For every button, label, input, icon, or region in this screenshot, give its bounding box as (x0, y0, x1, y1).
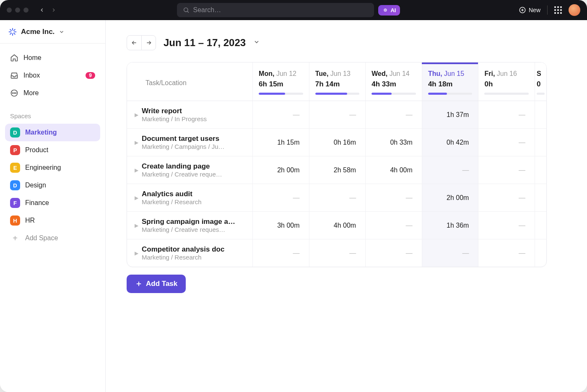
add-task-label: Add Task (146, 280, 177, 288)
caret-right-icon[interactable]: ▶ (135, 112, 138, 118)
space-item-hr[interactable]: H HR (5, 212, 100, 229)
day-progress-bar (259, 93, 303, 95)
time-cell[interactable]: — (422, 239, 478, 267)
caret-right-icon[interactable]: ▶ (135, 195, 138, 201)
task-title: Competitor analysis doc (142, 245, 224, 254)
task-cell[interactable]: ▶ Write report Marketing / In Progress (127, 101, 252, 128)
minimize-dot[interactable] (15, 8, 20, 13)
time-cell[interactable]: 2h 58m (309, 156, 366, 184)
time-cell[interactable]: — (478, 184, 535, 211)
time-cell[interactable]: — (309, 239, 366, 267)
task-cell[interactable]: ▶ Create landing page Marketing / Creati… (127, 156, 252, 184)
history-nav (37, 5, 59, 15)
time-cell[interactable]: 1h 36m (422, 212, 478, 239)
task-cell[interactable]: ▶ Document target users Marketing / Camp… (127, 129, 252, 156)
space-item-design[interactable]: D Design (5, 177, 100, 194)
inbox-icon (10, 71, 18, 80)
caret-right-icon[interactable]: ▶ (135, 140, 138, 145)
time-cell[interactable]: — (365, 239, 422, 267)
task-cell[interactable]: ▶ Spring campaign image a… Marketing / C… (127, 212, 252, 239)
day-total: 6h 15m (259, 80, 303, 88)
time-cell[interactable]: 1h 37m (422, 101, 478, 128)
next-week-button[interactable] (141, 36, 156, 50)
time-cell[interactable]: — (478, 156, 535, 184)
day-progress-bar (371, 93, 416, 95)
ai-button[interactable]: AI (378, 5, 400, 16)
task-title: Analytics audit (142, 190, 202, 198)
time-cell[interactable]: 0h 16m (309, 129, 366, 156)
nav-item-more[interactable]: More (5, 85, 100, 101)
task-title: Write report (142, 107, 207, 115)
time-cell-partial (535, 129, 546, 156)
new-label: New (529, 7, 540, 13)
search-input[interactable]: Search… (177, 3, 374, 17)
time-cell[interactable]: — (252, 184, 309, 211)
time-cell[interactable]: — (252, 239, 309, 267)
task-cell[interactable]: ▶ Competitor analysis doc Marketing / Re… (127, 239, 252, 267)
space-item-engineering[interactable]: E Engineering (5, 159, 100, 177)
caret-right-icon[interactable]: ▶ (135, 167, 138, 173)
time-cell[interactable]: — (365, 212, 422, 239)
time-cell[interactable]: 4h 00m (309, 212, 366, 239)
time-cell[interactable]: — (309, 101, 366, 128)
nav-item-inbox[interactable]: Inbox 9 (5, 67, 100, 84)
back-button[interactable] (37, 5, 47, 15)
time-cell[interactable]: — (478, 101, 535, 128)
space-item-marketing[interactable]: D Marketing (5, 124, 100, 141)
nav-item-home[interactable]: Home (5, 49, 100, 66)
task-column-header: Task/Location (127, 62, 252, 101)
day-column-header[interactable]: Fri, Jun 16 0h (478, 62, 535, 101)
time-cell[interactable]: — (365, 184, 422, 211)
day-column-header[interactable]: Tue, Jun 13 7h 14m (309, 62, 366, 101)
space-label: Design (25, 182, 46, 189)
date-range-title: Jun 11 – 17, 2023 (164, 37, 246, 49)
close-dot[interactable] (7, 8, 12, 13)
svg-point-17 (14, 93, 15, 93)
timesheet-row: ▶ Create landing page Marketing / Creati… (127, 156, 546, 184)
day-column-header[interactable]: Wed, Jun 14 4h 33m (365, 62, 422, 101)
space-label: Finance (25, 199, 49, 207)
space-item-product[interactable]: P Product (5, 141, 100, 159)
time-cell[interactable]: — (252, 101, 309, 128)
time-cell[interactable]: 0h 42m (422, 129, 478, 156)
add-task-button[interactable]: Add Task (127, 275, 186, 293)
time-cell-partial (535, 184, 546, 211)
add-space-label: Add Space (25, 234, 58, 242)
apps-menu-icon[interactable] (554, 6, 562, 14)
forward-button[interactable] (49, 5, 59, 15)
task-cell[interactable]: ▶ Analytics audit Marketing / Research (127, 184, 252, 211)
svg-line-11 (10, 29, 11, 31)
main-content: Jun 11 – 17, 2023 Task/LocationMon, Jun … (106, 20, 587, 392)
add-space-button[interactable]: + Add Space (5, 229, 100, 247)
avatar[interactable] (569, 4, 580, 16)
space-avatar: D (10, 180, 20, 190)
home-icon (10, 54, 18, 62)
new-button[interactable]: New (519, 6, 540, 14)
date-range-dropdown[interactable] (253, 39, 260, 47)
time-cell[interactable]: — (478, 212, 535, 239)
timesheet-row: ▶ Write report Marketing / In Progress —… (127, 101, 546, 128)
time-cell[interactable]: 2h 00m (252, 156, 309, 184)
time-cell[interactable]: — (478, 129, 535, 156)
time-cell[interactable]: 0h 33m (365, 129, 422, 156)
caret-right-icon[interactable]: ▶ (135, 223, 138, 228)
workspace-switcher[interactable]: Acme Inc. (0, 20, 105, 44)
time-cell[interactable]: — (309, 184, 366, 211)
space-item-finance[interactable]: F Finance (5, 194, 100, 212)
time-cell[interactable]: — (422, 156, 478, 184)
time-cell-partial (535, 101, 546, 128)
svg-point-16 (12, 93, 13, 93)
time-cell[interactable]: 1h 15m (252, 129, 309, 156)
time-cell[interactable]: — (478, 239, 535, 267)
day-progress-bar (428, 93, 473, 95)
time-cell[interactable]: — (365, 101, 422, 128)
time-cell-partial (535, 212, 546, 239)
time-cell[interactable]: 2h 00m (422, 184, 478, 211)
caret-right-icon[interactable]: ▶ (135, 250, 138, 256)
prev-week-button[interactable] (127, 36, 141, 50)
time-cell[interactable]: 3h 00m (252, 212, 309, 239)
time-cell[interactable]: 4h 00m (365, 156, 422, 184)
maximize-dot[interactable] (23, 8, 29, 13)
day-column-header[interactable]: Thu, Jun 15 4h 18m (422, 62, 478, 101)
day-column-header[interactable]: Mon, Jun 12 6h 15m (252, 62, 309, 101)
